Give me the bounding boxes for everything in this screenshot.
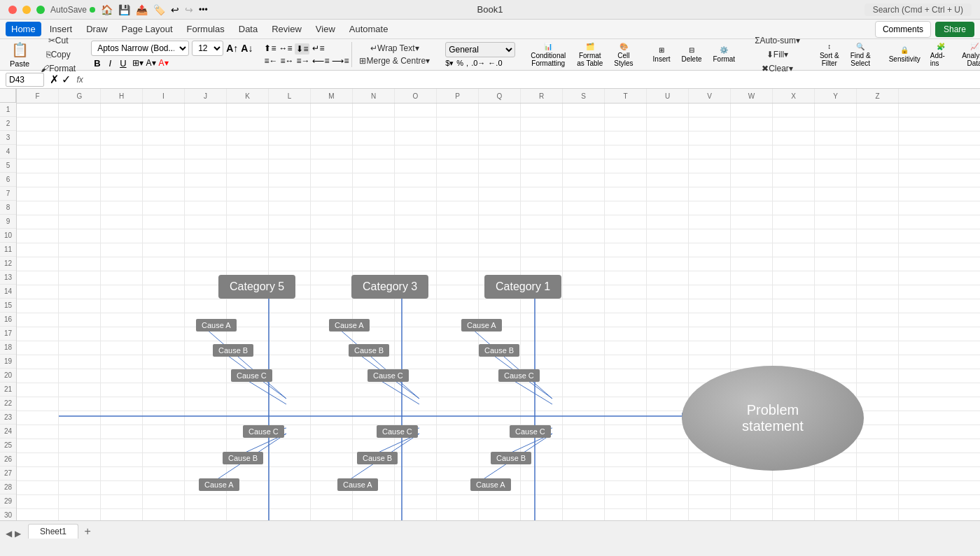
fill-color-button[interactable]: A▾ xyxy=(146,58,156,68)
bold-button[interactable]: B xyxy=(91,57,103,69)
spreadsheet-area: 1234567891011121314151617181920212223242… xyxy=(0,89,980,520)
paste-button[interactable]: 📋 Paste xyxy=(6,40,34,69)
currency-btn[interactable]: $▾ xyxy=(445,59,454,68)
category-box-cat3[interactable]: Category 3 xyxy=(351,275,428,299)
addins-button[interactable]: 🧩 Add-ins xyxy=(926,41,956,69)
cause-box-cat1-c[interactable]: Cause C xyxy=(498,369,540,382)
fx-label: fx xyxy=(76,75,83,85)
decimal-add-btn[interactable]: .0→ xyxy=(471,59,485,68)
grid-wrapper[interactable]: FGHIJKLMNOPQRSTUVWXYZ xyxy=(17,89,980,520)
indent-decrease[interactable]: ⟵≡ xyxy=(312,56,329,66)
align-bottom[interactable]: ⬇≡ xyxy=(295,43,309,55)
cause-box-cat5-b[interactable]: Cause B xyxy=(213,344,253,357)
align-right[interactable]: ≡→ xyxy=(296,56,309,66)
clear-button[interactable]: ✖ Clear ▾ xyxy=(750,62,804,75)
align-center[interactable]: ≡↔ xyxy=(280,56,293,66)
format-table-icon: 🗂️ xyxy=(586,43,594,50)
italic-button[interactable]: I xyxy=(106,57,115,69)
maximize-button[interactable] xyxy=(36,6,45,14)
merge-center-button[interactable]: ⊞ Merge & Centre ▾ xyxy=(355,55,434,67)
cause-box-cat2-a[interactable]: Cause A xyxy=(470,478,511,491)
add-sheet-button[interactable]: + xyxy=(80,525,95,539)
undo-icon[interactable]: ↩ xyxy=(171,4,179,15)
formula-input[interactable] xyxy=(89,75,974,85)
menu-data[interactable]: Data xyxy=(233,22,263,36)
category-box-cat1[interactable]: Category 1 xyxy=(484,275,561,299)
close-button[interactable] xyxy=(8,6,17,14)
cause-box-cat4-b[interactable]: Cause B xyxy=(357,452,398,464)
cut-button[interactable]: ✂ Cut xyxy=(36,34,80,47)
delete-cells-button[interactable]: ⊟ Delete xyxy=(678,45,706,64)
minimize-button[interactable] xyxy=(22,6,31,14)
cause-box-cat2-b[interactable]: Cause B xyxy=(491,452,531,464)
autosum-button[interactable]: Σ Auto-sum ▾ xyxy=(750,34,804,47)
save-icon[interactable]: 💾 xyxy=(118,4,130,15)
formula-icon: ✗ ✓ xyxy=(50,73,71,86)
find-select-button[interactable]: 🔍 Find & Select xyxy=(846,41,875,69)
cause-box-cat3-b[interactable]: Cause B xyxy=(349,344,389,357)
cause-box-cat4-c[interactable]: Cause C xyxy=(377,425,418,438)
align-middle[interactable]: ↔≡ xyxy=(279,43,292,55)
home-icon[interactable]: 🏠 xyxy=(101,4,113,15)
cause-box-cat6-a[interactable]: Cause A xyxy=(199,478,239,491)
comma-btn[interactable]: , xyxy=(466,59,468,68)
fill-button[interactable]: ⬇ Fill ▾ xyxy=(750,48,804,61)
menu-view[interactable]: View xyxy=(310,22,341,36)
underline-button[interactable]: U xyxy=(117,57,129,69)
cause-box-cat1-a[interactable]: Cause A xyxy=(461,319,502,332)
format-cells-button[interactable]: ⚙️ Format xyxy=(708,45,739,64)
cause-box-cat1-b[interactable]: Cause B xyxy=(479,344,519,357)
export-icon[interactable]: 📤 xyxy=(136,4,148,15)
analyse-data-button[interactable]: 📈 Analyse Data xyxy=(959,41,980,69)
align-top[interactable]: ⬆≡ xyxy=(264,43,276,55)
font-size-select[interactable]: 12 xyxy=(192,41,223,56)
menu-draw[interactable]: Draw xyxy=(80,22,113,36)
format-table-button[interactable]: 🗂️ Format as Table xyxy=(573,41,607,69)
cause-box-cat3-c[interactable]: Cause C xyxy=(368,369,409,382)
cause-box-cat5-a[interactable]: Cause A xyxy=(196,319,237,332)
sheet-scroll-right[interactable]: ▶ xyxy=(15,529,21,539)
comments-button[interactable]: Comments xyxy=(875,21,931,38)
percent-btn[interactable]: % xyxy=(456,59,463,68)
font-size-decrease[interactable]: A↓ xyxy=(241,43,253,54)
indent-increase[interactable]: ⟶≡ xyxy=(332,56,349,66)
cause-box-cat5-c[interactable]: Cause C xyxy=(231,369,272,382)
category-box-cat5[interactable]: Category 5 xyxy=(218,275,295,299)
insert-cells-button[interactable]: ⊞ Insert xyxy=(649,45,675,64)
sort-group: ↕️ Sort & Filter 🔍 Find & Select xyxy=(816,41,875,69)
cause-box-cat4-a[interactable]: Cause A xyxy=(337,478,378,491)
redo-icon[interactable]: ↪ xyxy=(185,4,193,15)
wrap-text-btn[interactable]: ↵≡ xyxy=(312,43,324,55)
column-headers: FGHIJKLMNOPQRSTUVWXYZ xyxy=(17,89,980,104)
more-icon[interactable]: ••• xyxy=(199,5,208,15)
share-button[interactable]: Share xyxy=(935,22,974,37)
sort-filter-button[interactable]: ↕️ Sort & Filter xyxy=(816,41,844,69)
font-family-select[interactable]: Aptos Narrow (Bod... xyxy=(91,41,189,56)
decimal-remove-btn[interactable]: ←.0 xyxy=(488,59,502,68)
grid-content[interactable]: Category 5 Category 3 Category 1 Categor… xyxy=(17,104,980,520)
menu-page-layout[interactable]: Page Layout xyxy=(116,22,178,36)
conditional-format-button[interactable]: 📊 Conditional Formatting xyxy=(526,41,570,69)
sheet-tab-sheet1[interactable]: Sheet1 xyxy=(28,524,78,539)
copy-button[interactable]: ⎘ Copy xyxy=(36,48,80,61)
align-left[interactable]: ≡← xyxy=(264,56,277,66)
borders-button[interactable]: ⊞▾ xyxy=(132,58,144,68)
cause-box-cat6-c[interactable]: Cause C xyxy=(243,425,284,438)
number-format-select[interactable]: General xyxy=(445,42,515,57)
menu-review[interactable]: Review xyxy=(266,22,307,36)
sheet-scroll-left[interactable]: ◀ xyxy=(6,529,12,539)
sensitivity-button[interactable]: 🔒 Sensitivity xyxy=(886,45,923,64)
cause-box-cat6-b[interactable]: Cause B xyxy=(223,452,263,464)
cause-box-cat2-c[interactable]: Cause C xyxy=(510,425,551,438)
search-box[interactable]: Search (Cmd + Ctrl + U) xyxy=(864,3,972,16)
menu-formulas[interactable]: Formulas xyxy=(181,22,230,36)
menu-automate[interactable]: Automate xyxy=(344,22,394,36)
cell-reference-input[interactable] xyxy=(6,73,44,87)
problem-statement-ellipse[interactable]: Problemstatement xyxy=(682,366,864,471)
font-size-increase[interactable]: A↑ xyxy=(226,43,238,54)
cause-box-cat3-a[interactable]: Cause A xyxy=(329,319,370,332)
cell-styles-button[interactable]: 🎨 Cell Styles xyxy=(610,41,637,69)
wrap-text-button[interactable]: ↵ Wrap Text ▾ xyxy=(355,42,434,55)
font-color-button[interactable]: A▾ xyxy=(159,58,169,68)
mark-icon[interactable]: 🏷️ xyxy=(153,4,165,15)
